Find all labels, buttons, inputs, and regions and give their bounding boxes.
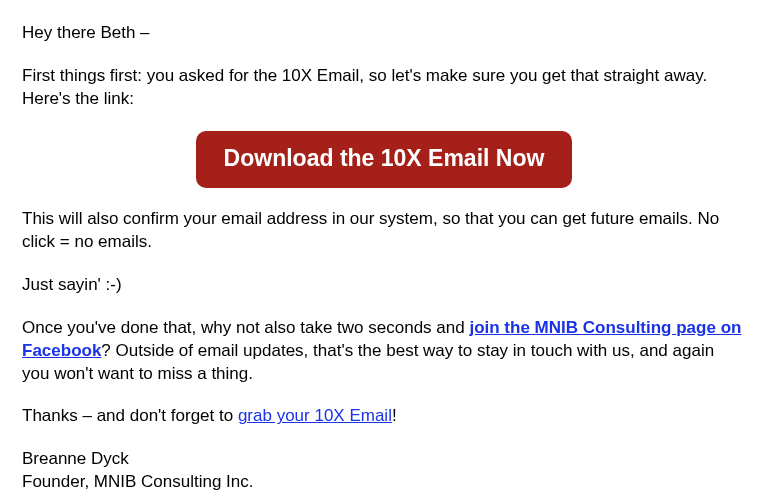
just-sayin-line: Just sayin' :-) [22, 274, 746, 297]
grab-10x-email-link[interactable]: grab your 10X Email [238, 406, 392, 425]
facebook-paragraph: Once you've done that, why not also take… [22, 317, 746, 386]
facebook-suffix: ? Outside of email updates, that's the b… [22, 341, 714, 383]
facebook-prefix: Once you've done that, why not also take… [22, 318, 469, 337]
cta-row: Download the 10X Email Now [22, 131, 746, 188]
thanks-paragraph: Thanks – and don't forget to grab your 1… [22, 405, 746, 428]
email-body: Hey there Beth – First things first: you… [0, 0, 768, 494]
download-10x-email-button[interactable]: Download the 10X Email Now [196, 131, 573, 188]
confirm-paragraph: This will also confirm your email addres… [22, 208, 746, 254]
greeting-line: Hey there Beth – [22, 22, 746, 45]
signature-name: Breanne Dyck [22, 448, 746, 471]
thanks-suffix: ! [392, 406, 397, 425]
intro-paragraph: First things first: you asked for the 10… [22, 65, 746, 111]
signature-title: Founder, MNIB Consulting Inc. [22, 471, 746, 494]
signature-block: Breanne Dyck Founder, MNIB Consulting In… [22, 448, 746, 494]
thanks-prefix: Thanks – and don't forget to [22, 406, 238, 425]
